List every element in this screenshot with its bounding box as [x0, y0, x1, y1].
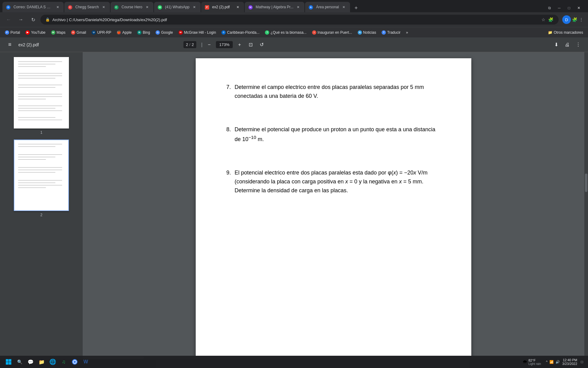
pdf-content[interactable]: 7. Determine el campo electrico entre do… [83, 52, 584, 356]
windows-list-button[interactable]: ⧉ [545, 4, 554, 12]
thumb-line [18, 96, 62, 97]
bookmark-mcgraw[interactable]: M McGraw Hill - Login [176, 29, 219, 36]
bookmark-label-inauguran: Inauguran en Puert... [318, 30, 352, 35]
bookmark-folder-otros[interactable]: 📁 Otros marcadores [545, 29, 586, 36]
new-tab-button[interactable]: + [352, 4, 360, 12]
back-button[interactable]: ← [4, 15, 13, 25]
thumb-line [18, 170, 62, 170]
tab-favicon-area: A [309, 5, 314, 10]
tab-close-pdf[interactable]: ✕ [236, 5, 240, 10]
pdf-scrollbar-thumb[interactable] [585, 174, 587, 192]
weather-temp: 82°F [529, 358, 541, 362]
bookmark-youtube[interactable]: ▶ YouTube [23, 29, 48, 36]
pdf-more-button[interactable]: ⋮ [573, 40, 583, 50]
thumb-line [18, 85, 62, 85]
start-button[interactable] [4, 357, 13, 367]
bookmark-apple[interactable]: 🍎 Apple [114, 29, 134, 36]
star-icon[interactable]: ☆ [540, 17, 546, 23]
tab-chegg[interactable]: C Chegg Search ✕ [64, 2, 110, 12]
extensions-icon[interactable]: 🧩 [548, 17, 554, 23]
bookmark-bing[interactable]: B Bing [135, 29, 153, 36]
pdf-menu-button[interactable]: ≡ [5, 40, 15, 50]
bookmark-maps[interactable]: M Maps [49, 29, 68, 36]
extensions-menu-icon[interactable]: 🧩 [571, 17, 578, 23]
tab-whatsapp[interactable]: W (41) WhatsApp ✕ [154, 2, 201, 12]
bookmark-favicon-mcgraw: M [179, 30, 183, 35]
pdf-download-button[interactable]: ⬇ [551, 40, 561, 50]
tab-pdf[interactable]: P ex2 (2).pdf ✕ [201, 2, 244, 12]
maximize-button[interactable]: □ [565, 4, 573, 12]
thumbnail-image-1 [14, 57, 69, 128]
taskbar-clock[interactable]: 12:40 PM 3/23/2022 [562, 358, 577, 366]
bookmark-favicon-google: G [156, 30, 160, 35]
taskbar-system-icons[interactable]: ^ 📶 🔊 [546, 360, 560, 364]
pdf-toolbar-right: ⬇ 🖨 ⋮ [551, 40, 583, 50]
bookmark-noticias[interactable]: N Noticias [355, 29, 379, 36]
forward-button[interactable]: → [16, 15, 26, 25]
question-8-number: 8. [226, 125, 231, 144]
bookmark-label-gmail: Gmail [77, 30, 86, 35]
tab-coursehero[interactable]: C Course Hero ✕ [111, 2, 153, 12]
thumb-line [18, 159, 46, 160]
thumbnail-page-2[interactable]: 2 [14, 140, 69, 217]
bookmark-portal[interactable]: P Portal [2, 29, 22, 36]
minimize-button[interactable]: ─ [555, 4, 564, 12]
taskbar-edge-button[interactable]: 🌐 [48, 357, 58, 367]
tab-close-chegg[interactable]: ✕ [101, 5, 106, 10]
bookmark-gmail[interactable]: G Gmail [69, 29, 89, 36]
thumb-line [18, 73, 62, 74]
tab-area-personal[interactable]: A Área personal ✕ [305, 2, 350, 12]
bookmark-more[interactable]: » [404, 29, 411, 36]
notification-button[interactable]: □ [580, 360, 584, 364]
bookmark-label-bing: Bing [143, 30, 150, 35]
question-7: 7. Determine el campo electrico entre do… [226, 83, 441, 101]
bookmark-google[interactable]: G Google [153, 29, 175, 36]
bookmark-inauguran[interactable]: I Inauguran en Puert... [310, 29, 355, 36]
tab-close-correo[interactable]: ✕ [55, 5, 60, 10]
tab-mathway[interactable]: M Mathway | Algebra Pr... ✕ [245, 2, 304, 12]
chevron-up-icon[interactable]: ^ [546, 360, 548, 364]
bookmark-caribbean[interactable]: C Caribbean-Florida... [219, 29, 262, 36]
reload-button[interactable]: ↻ [28, 15, 38, 25]
thumb-line [18, 78, 55, 79]
svg-rect-2 [6, 362, 9, 365]
tab-close-coursehero[interactable]: ✕ [145, 5, 150, 10]
zoom-level-display[interactable]: 173% [216, 41, 233, 48]
bookmark-favicon-noticias: N [358, 30, 362, 35]
bookmark-upr[interactable]: U UPR-RP [89, 29, 114, 36]
bookmark-traducir[interactable]: T Traducir [379, 29, 403, 36]
tab-close-area[interactable]: ✕ [341, 5, 346, 10]
thumbnail-page-1[interactable]: 1 [14, 57, 69, 135]
fit-page-button[interactable]: ⊡ [246, 40, 255, 49]
tab-close-mathway[interactable]: ✕ [296, 5, 301, 10]
taskbar-chrome-button[interactable] [70, 357, 80, 367]
pdf-page-input[interactable]: 2 / 2 [183, 41, 196, 48]
address-input[interactable]: 🔒 Archivo | C:/Users/Daniela%20Ortega/Do… [40, 15, 559, 25]
thumb-line [18, 66, 46, 67]
taskbar-search-button[interactable]: 🔍 [15, 357, 24, 367]
network-icon[interactable]: 📶 [549, 360, 554, 364]
taskbar-spotify-button[interactable]: ♫ [59, 357, 69, 367]
close-button[interactable]: ✕ [575, 4, 583, 12]
taskbar-word-button[interactable]: W [81, 357, 91, 367]
profile-icon[interactable]: D [562, 15, 571, 24]
taskbar-chat-button[interactable]: 💬 [26, 357, 36, 367]
rain-icon: 🌧 [522, 359, 527, 365]
thumb-line [18, 185, 62, 186]
thumb-line [18, 167, 62, 168]
taskbar-fileexplorer-button[interactable]: 📁 [37, 357, 47, 367]
thumbnail-label-2: 2 [40, 213, 43, 217]
zoom-out-button[interactable]: − [205, 40, 213, 49]
tab-correo[interactable]: G Correo: DANIELA S O... ✕ [2, 2, 64, 12]
pdf-scrollbar-right[interactable] [584, 52, 588, 356]
volume-icon[interactable]: 🔊 [556, 360, 560, 364]
bookmark-biomasa[interactable]: ? ¿Qué es la biomasa... [262, 29, 309, 36]
bookmark-label-upr: UPR-RP [97, 30, 111, 35]
pdf-print-button[interactable]: 🖨 [562, 40, 572, 50]
tab-close-whatsapp[interactable]: ✕ [192, 5, 197, 10]
browser-menu-icon[interactable]: ⋮ [578, 17, 584, 23]
bookmark-label-mcgraw: McGraw Hill - Login [184, 30, 216, 35]
zoom-in-button[interactable]: + [235, 40, 244, 49]
pdf-page-separator: / [189, 42, 190, 47]
rotate-button[interactable]: ↺ [257, 40, 266, 49]
